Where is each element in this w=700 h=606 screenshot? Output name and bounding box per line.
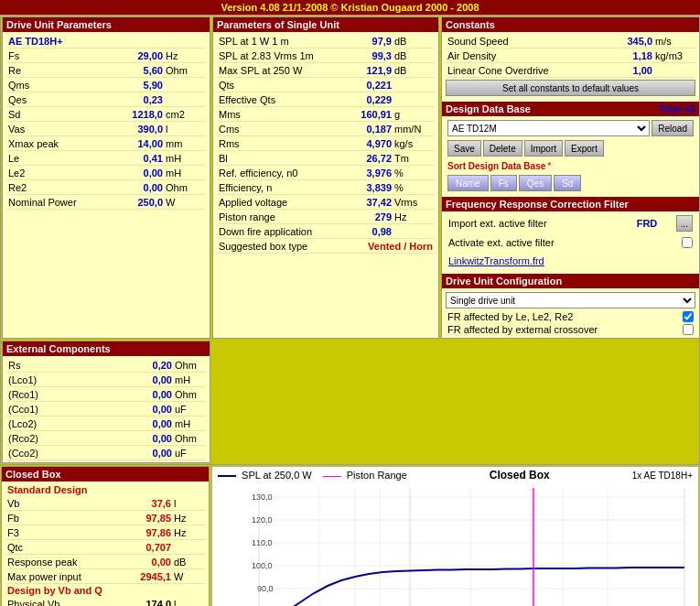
drive-param-row: Le0,41mH [6, 151, 206, 166]
import-filter-label: Import ext. active filter [448, 218, 634, 229]
ext-comp-row: Rs0,20Ohm [6, 358, 206, 373]
single-param-row: Suggested box typeVented / Horn [217, 239, 435, 254]
ext-comp-row: (Lco1)0,00mH [6, 373, 206, 387]
drive-unit-panel: Drive Unit Parameters AE TD18H+ Fs29,00H… [2, 16, 210, 339]
top-bar: Version 4.08 21/1-2008 © Kristian Ougaar… [0, 0, 700, 15]
single-param-row: Efficiency, n3,839% [217, 180, 435, 195]
ext-comp-content: Rs0,20Ohm(Lco1)0,00mH(Rco1)0,00Ohm(Cco1)… [3, 356, 210, 462]
const-row: Linear Cone Overdrive1,00 [446, 63, 695, 78]
linkwitz-row: LinkwitzTransform.frd [446, 252, 695, 270]
activate-filter-checkbox[interactable] [682, 237, 693, 248]
cb-std-row: Vb37,6l [5, 496, 205, 511]
chart-title-text: Closed Box [490, 469, 550, 482]
drive-unit-content: AE TD18H+ Fs29,00HzRe5,60OhmQms5,90Qes0,… [3, 32, 210, 211]
linkwitz-link[interactable]: LinkwitzTransform.frd [448, 255, 544, 266]
piston-legend: Piston Range [323, 470, 407, 481]
model-row: AE TD18H+ [6, 34, 206, 49]
drive-param-row: Fs29,00Hz [6, 49, 206, 63]
crossover-checkbox[interactable] [683, 324, 694, 335]
chart-area: SPL at 250,0 W Piston Range Closed Box 1… [211, 466, 699, 606]
drive-param-row: Qes0,23 [6, 92, 206, 107]
drive-param-row: Le20,00mH [6, 166, 206, 180]
chart-header: SPL at 250,0 W Piston Range Closed Box 1… [212, 467, 698, 483]
export-button[interactable]: Export [565, 140, 604, 157]
sort-label: Sort Design Data Base [447, 161, 545, 171]
chart-legend: SPL at 250,0 W Piston Range [218, 470, 407, 481]
sort-qes-button[interactable]: Qes [519, 175, 552, 191]
activate-filter-row: Activate ext. active filter [446, 233, 695, 252]
freq-response-header: Frequency Response Correction Filter [442, 197, 699, 211]
single-param-row: Mms160,91g [217, 107, 435, 122]
single-unit-content: SPL at 1 W 1 m97,9dBSPL at 2.83 Vrms 1m9… [213, 32, 438, 255]
default-constants-button[interactable]: Set all constants to default values [446, 80, 695, 96]
frd-button[interactable]: ... [676, 215, 693, 232]
ext-comp-header: External Components [3, 341, 210, 356]
activate-filter-label: Activate ext. active filter [448, 237, 679, 248]
cb-std-row: Fb97,85Hz [5, 511, 205, 525]
standard-design-label: Standard Design [5, 483, 205, 496]
single-unit-panel: Parameters of Single Unit SPL at 1 W 1 m… [212, 16, 439, 339]
cb-std-row: Qtc0,707 [5, 540, 205, 555]
single-params-list: SPL at 1 W 1 m97,9dBSPL at 2.83 Vrms 1m9… [217, 34, 435, 254]
ext-comp-row: (Rco2)0,00Ohm [6, 431, 206, 446]
drive-param-row: Xmax peak14,00mm [6, 136, 206, 151]
import-filter-row: Import ext. active filter FRD ... [446, 213, 695, 233]
drive-param-row: Qms5,90 [6, 78, 206, 92]
single-param-row: Piston range279Hz [217, 210, 435, 224]
constants-panel: Constants Sound Speed345,0m/sAir Density… [441, 16, 700, 339]
single-param-row: Qts0,221 [217, 78, 435, 92]
single-param-row: SPL at 2.83 Vrms 1m99,3dB [217, 49, 435, 63]
chart-label-right: 1x AE TD18H+ [632, 471, 693, 481]
drive-unit-header: Drive Unit Parameters [3, 17, 210, 32]
freq-response-content: Import ext. active filter FRD ... Activa… [442, 211, 699, 272]
constants-content: Sound Speed345,0m/sAir Density1,18kg/m3L… [442, 32, 699, 100]
db-action-buttons: Save Delete Import Export [446, 138, 695, 158]
sort-name-button[interactable]: Name [447, 175, 489, 191]
frd-value: FRD [637, 218, 673, 229]
import-button[interactable]: Import [524, 140, 563, 157]
save-button[interactable]: Save [447, 140, 481, 157]
single-unit-header: Parameters of Single Unit [213, 17, 438, 32]
closed-box-header: Closed Box [2, 467, 209, 482]
cb-std-row: Response peak0,00dB [5, 555, 205, 569]
db-select-row: AE TD12M Reload [446, 118, 695, 138]
chart-section: SPL at 250,0 W Piston Range Closed Box 1… [210, 465, 700, 606]
db-dropdown[interactable]: AE TD12M [447, 120, 650, 136]
single-param-row: Effective Qts0,229 [217, 92, 435, 107]
ext-comp-row: (Cco1)0,00uF [6, 402, 206, 417]
sort-row: Sort Design Data Base * [446, 158, 695, 173]
cb-standard-list: Vb37,6lFb97,85HzF397,86HzQtc0,707Respons… [5, 496, 205, 584]
constants-header: Constants [442, 17, 699, 32]
delete-button[interactable]: Delete [483, 140, 522, 157]
crossover-config-label: FR affected by external crossover [447, 324, 680, 335]
drive-param-row: Vas390,0l [6, 122, 206, 136]
const-params-list: Sound Speed345,0m/sAir Density1,18kg/m3L… [446, 34, 695, 78]
reload-button[interactable]: Reload [652, 120, 694, 136]
drive-param-row: Nominal Power250,0W [6, 195, 206, 210]
drive-param-row: Re5,60Ohm [6, 63, 206, 78]
vb-q-label: Design by Vb and Q [5, 584, 205, 597]
single-param-row: Rms4,970kg/s [217, 136, 435, 151]
const-row: Sound Speed345,0m/s [446, 34, 695, 49]
drive-params-list: Fs29,00HzRe5,60OhmQms5,90Qes0,23Sd1218,0… [6, 49, 206, 210]
single-param-row: Cms0,187mm/N [217, 122, 435, 136]
single-param-row: Applied voltage37,42Vrms [217, 195, 435, 210]
ext-comp-row: (Lco2)0,00mH [6, 417, 206, 431]
closed-box-panel: Closed Box Standard Design Vb37,6lFb97,8… [1, 466, 210, 606]
le-checkbox[interactable] [683, 311, 694, 322]
cb-std-row: Max power input2945,1W [5, 569, 205, 584]
drive-param-row: Re20,00Ohm [6, 180, 206, 195]
sort-sd-button[interactable]: Sd [554, 175, 581, 191]
design-db-content: AE TD12M Reload Save Delete Import Expor… [442, 116, 699, 195]
single-param-row: SPL at 1 W 1 m97,9dB [217, 34, 435, 49]
closed-box-content: Standard Design Vb37,6lFb97,85HzF397,86H… [2, 482, 209, 606]
external-components-panel: External Components Rs0,20Ohm(Lco1)0,00m… [2, 341, 210, 463]
sort-buttons-row: Name Fs Qes Sd [446, 173, 695, 193]
version-text: Version 4.08 21/1-2008 © Kristian Ougaar… [221, 2, 479, 13]
sort-fs-button[interactable]: Fs [490, 175, 517, 191]
le-config-label: FR affected by Le, Le2, Re2 [447, 311, 680, 322]
drive-config-content: Single drive unit FR affected by Le, Le2… [442, 288, 699, 338]
single-param-row: Bl26,72Tm [217, 151, 435, 166]
drive-config-dropdown[interactable]: Single drive unit [446, 292, 695, 308]
le-config-row: FR affected by Le, Le2, Re2 [446, 310, 695, 323]
